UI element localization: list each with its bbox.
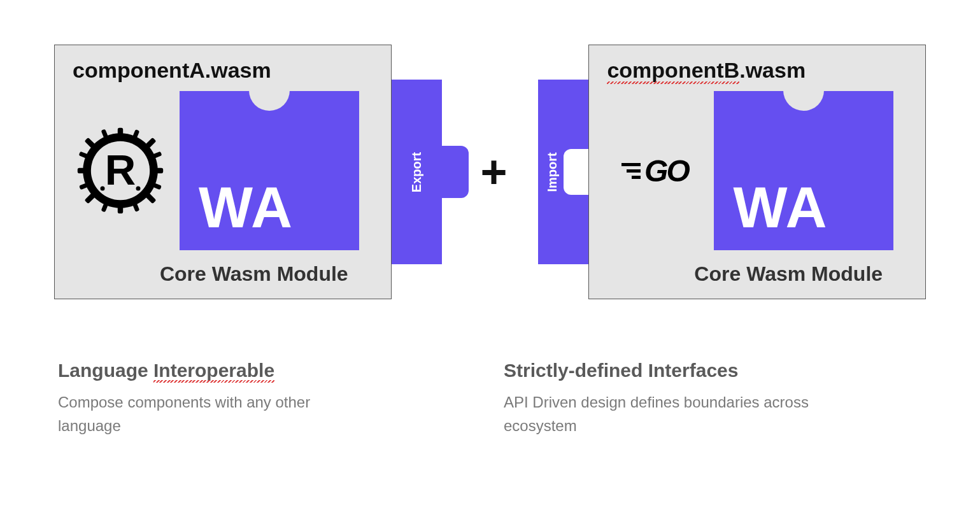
svg-rect-12 bbox=[101, 202, 109, 213]
svg-rect-15 bbox=[79, 183, 89, 190]
component-a-inner: R WA bbox=[73, 88, 378, 253]
import-tab: Import bbox=[538, 80, 589, 264]
go-icon: GO bbox=[607, 153, 702, 188]
plus-icon: + bbox=[480, 146, 507, 198]
svg-rect-3 bbox=[118, 202, 123, 213]
svg-point-19 bbox=[101, 187, 105, 191]
svg-rect-10 bbox=[101, 129, 109, 139]
caption-right-title: Strictly-defined Interfaces bbox=[504, 360, 809, 381]
import-label: Import bbox=[545, 152, 560, 192]
export-tab: Export bbox=[392, 80, 443, 264]
caption-right-body: API Driven design defines boundaries acr… bbox=[504, 390, 809, 437]
svg-rect-11 bbox=[132, 129, 140, 139]
caption-left-body: Compose components with any other langua… bbox=[58, 390, 364, 437]
caption-left-title: Language Interoperable bbox=[58, 360, 364, 381]
component-b-title-suffix: .wasm bbox=[739, 58, 806, 82]
component-b-box: componentB.wasm GO WA Core Wasm Module bbox=[588, 45, 926, 299]
svg-rect-16 bbox=[152, 152, 162, 159]
component-b-inner: GO WA bbox=[607, 88, 913, 253]
component-a-caption: Core Wasm Module bbox=[130, 262, 378, 286]
svg-text:R: R bbox=[105, 146, 136, 194]
caption-left-underlined: Interoperable bbox=[153, 360, 274, 381]
component-b-caption: Core Wasm Module bbox=[664, 262, 913, 286]
wasm-tile-a: WA bbox=[180, 91, 359, 250]
caption-left-prefix: Language bbox=[58, 360, 153, 381]
export-label: Export bbox=[409, 152, 424, 192]
svg-rect-17 bbox=[152, 183, 162, 190]
component-b-title: componentB.wasm bbox=[607, 58, 913, 83]
svg-rect-13 bbox=[132, 202, 140, 212]
svg-point-20 bbox=[136, 187, 141, 191]
go-label: GO bbox=[644, 153, 688, 188]
wasm-label-b: WA bbox=[733, 179, 828, 236]
rust-icon: R bbox=[73, 126, 168, 215]
caption-right: Strictly-defined Interfaces API Driven d… bbox=[504, 360, 809, 437]
svg-rect-2 bbox=[118, 128, 123, 139]
diagram-top-row: componentA.wasm bbox=[54, 45, 926, 299]
svg-rect-4 bbox=[78, 168, 89, 173]
wasm-tile-b: WA bbox=[714, 91, 893, 250]
component-b-title-underlined: componentB bbox=[607, 58, 739, 83]
svg-rect-5 bbox=[152, 168, 163, 173]
caption-left: Language Interoperable Compose component… bbox=[58, 360, 364, 437]
captions-row: Language Interoperable Compose component… bbox=[54, 360, 926, 437]
component-a-title: componentA.wasm bbox=[73, 58, 378, 83]
svg-rect-14 bbox=[79, 152, 89, 159]
component-a-box: componentA.wasm bbox=[54, 45, 392, 299]
wasm-label-a: WA bbox=[199, 179, 294, 236]
